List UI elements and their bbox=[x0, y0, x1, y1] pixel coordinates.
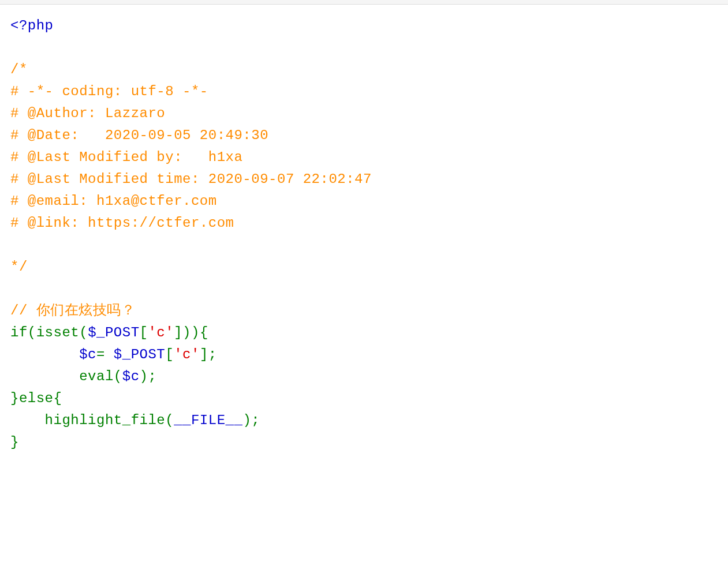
comment-line-coding: # -*- coding: utf-8 -*- bbox=[10, 84, 208, 99]
brace-close2: } bbox=[10, 434, 19, 450]
comment-line-author: # @Author: Lazzaro bbox=[10, 106, 165, 121]
isset-function: isset bbox=[36, 325, 80, 340]
eval-function: eval bbox=[79, 369, 114, 384]
c-variable2: $c bbox=[122, 369, 140, 384]
bracket-close2: ] bbox=[200, 347, 208, 362]
paren-open-hl: ( bbox=[165, 413, 174, 428]
php-open-tag: <?php bbox=[10, 18, 54, 33]
paren-close-hl: ) bbox=[242, 413, 251, 428]
comment-block-close: */ bbox=[10, 259, 28, 275]
paren-close-eval: ) bbox=[140, 369, 148, 384]
brace-open: { bbox=[200, 325, 208, 340]
bracket-open2: [ bbox=[165, 347, 174, 362]
post-superglobal2: $_POST bbox=[114, 347, 165, 362]
c-variable: $c bbox=[79, 347, 96, 362]
semicolon3: ; bbox=[251, 413, 260, 428]
brace-open2: { bbox=[54, 391, 62, 406]
php-source-code: <?php /* # -*- coding: utf-8 -*- # @Auth… bbox=[0, 5, 728, 464]
post-superglobal: $_POST bbox=[88, 325, 139, 340]
single-line-comment: // 你们在炫技吗？ bbox=[10, 303, 135, 318]
keyword-if: if bbox=[10, 325, 28, 340]
brace-close1: } bbox=[10, 391, 19, 406]
close-parens-two: )) bbox=[182, 325, 200, 340]
keyword-else: else bbox=[19, 391, 54, 406]
highlight-file-function: highlight_file bbox=[45, 413, 166, 428]
comment-line-date: # @Date: 2020-09-05 20:49:30 bbox=[10, 128, 268, 143]
comment-line-modified-time: # @Last Modified time: 2020-09-07 22:02:… bbox=[10, 171, 372, 187]
paren-open2: ( bbox=[79, 325, 88, 340]
comment-line-link: # @link: https://ctfer.com bbox=[10, 215, 234, 231]
comment-line-modified-by: # @Last Modified by: h1xa bbox=[10, 149, 242, 165]
semicolon2: ; bbox=[148, 369, 156, 384]
browser-topbar bbox=[0, 0, 728, 5]
file-constant: __FILE__ bbox=[174, 413, 242, 428]
paren-open-eval: ( bbox=[114, 369, 122, 384]
paren-open: ( bbox=[28, 325, 36, 340]
comment-line-email: # @email: h1xa@ctfer.com bbox=[10, 193, 217, 209]
string-c: 'c' bbox=[148, 325, 174, 340]
comment-block-open: /* bbox=[10, 62, 28, 77]
bracket-open: [ bbox=[140, 325, 148, 340]
equals-sign: = bbox=[96, 347, 114, 362]
bracket-close: ] bbox=[174, 325, 182, 340]
semicolon1: ; bbox=[208, 347, 217, 362]
string-c2: 'c' bbox=[174, 347, 200, 362]
